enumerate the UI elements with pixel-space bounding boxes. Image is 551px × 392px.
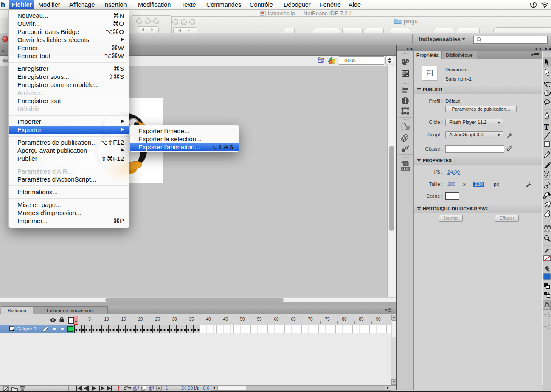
svg-text:T: T xyxy=(544,123,549,132)
